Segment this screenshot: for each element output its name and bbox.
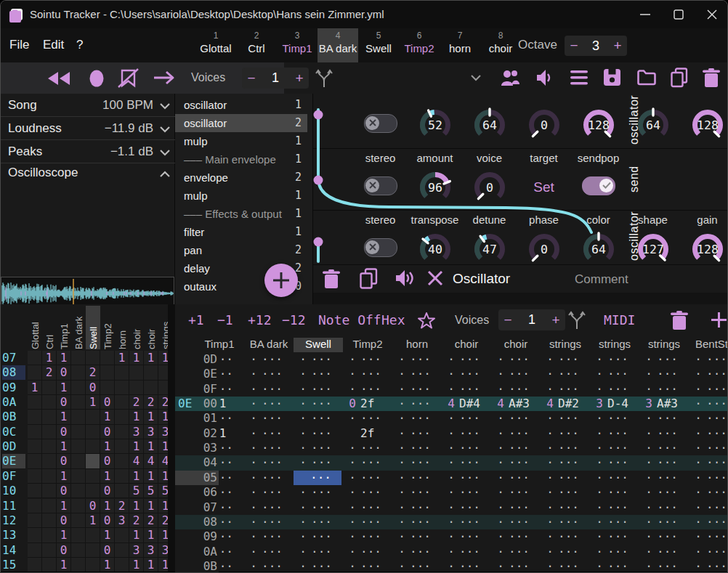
order-cell[interactable]: 1	[144, 410, 158, 424]
order-cell[interactable]	[71, 558, 86, 572]
knob-param[interactable]: 0	[517, 105, 571, 145]
order-cell[interactable]: 1	[86, 395, 100, 410]
delete-pattern-icon[interactable]	[671, 311, 688, 330]
order-cell[interactable]: 0	[100, 425, 115, 439]
unit-item-pan[interactable]: pan2	[175, 241, 307, 259]
track-tab-swell[interactable]: 5Swell	[358, 28, 399, 62]
order-cell[interactable]	[28, 528, 42, 542]
track-tab-choir[interactable]: 8choir	[480, 28, 521, 62]
order-header-swell[interactable]: Swell	[88, 307, 98, 349]
peaks-row[interactable]: Peaks −1.1 dB	[1, 140, 175, 163]
order-cell[interactable]	[115, 365, 129, 380]
order-cell[interactable]	[71, 469, 86, 484]
order-cell[interactable]: 1	[100, 499, 115, 513]
order-cell[interactable]	[71, 395, 86, 410]
octave-decrement-button[interactable]: −	[565, 38, 583, 54]
order-cell[interactable]	[100, 381, 115, 395]
track-tab-timp2[interactable]: 6Timp2	[399, 28, 440, 62]
order-cell[interactable]	[42, 410, 57, 424]
order-cell[interactable]: 1	[57, 410, 71, 424]
order-cell[interactable]: 1	[144, 351, 158, 365]
order-cell[interactable]	[86, 351, 100, 365]
order-cell[interactable]	[42, 454, 57, 468]
order-cell[interactable]: 1	[100, 528, 115, 542]
order-cell[interactable]	[86, 439, 100, 454]
track-tab-ba-dark[interactable]: 4BA dark	[318, 28, 358, 62]
order-cell[interactable]: 2	[129, 513, 144, 528]
knob-param[interactable]: 128	[680, 105, 728, 145]
transpose-plus12-button[interactable]: +12	[248, 312, 272, 328]
pattern-track-header-bentstr[interactable]: BentStr	[689, 338, 728, 352]
order-cell[interactable]	[28, 410, 42, 424]
order-cell[interactable]: 0	[57, 454, 71, 468]
order-cell[interactable]	[28, 513, 42, 528]
chevron-down-icon[interactable]	[159, 126, 171, 133]
order-cell[interactable]	[86, 543, 100, 558]
order-cell[interactable]: 1	[129, 351, 144, 365]
order-cell[interactable]: 0	[100, 513, 115, 528]
order-cell[interactable]: 1	[158, 558, 168, 572]
voices-increment-button[interactable]: +	[290, 70, 309, 86]
order-cell[interactable]: 1	[129, 528, 144, 542]
order-cell[interactable]: 1	[158, 351, 168, 365]
order-row-13[interactable]: 1311111	[1, 528, 168, 542]
unit-item--main-envelope[interactable]: ––– Main envelope1	[175, 150, 307, 168]
order-row-0B[interactable]: 0B11111	[1, 410, 168, 424]
disable-unit-icon[interactable]	[427, 270, 443, 286]
order-cell[interactable]	[115, 439, 129, 454]
order-header-ba-dark[interactable]: BA dark	[73, 307, 84, 349]
minimize-button[interactable]	[628, 1, 662, 28]
song-row[interactable]: Song 100 BPM	[1, 94, 175, 117]
pattern-row-05[interactable]: ········································…	[175, 471, 728, 485]
add-unit-button[interactable]	[264, 264, 298, 297]
order-cell[interactable]	[144, 381, 158, 395]
order-cell[interactable]	[71, 543, 86, 558]
order-header-horn[interactable]: horn	[117, 307, 127, 349]
pattern-row-08[interactable]: ········································…	[175, 515, 728, 529]
copy-unit-icon[interactable]	[360, 268, 378, 289]
target-set-button[interactable]: Set	[517, 179, 571, 195]
order-cell[interactable]: 2	[158, 395, 168, 410]
order-cell[interactable]: 2	[86, 365, 100, 380]
pattern-track-header-ba-dark[interactable]: BA dark	[244, 338, 294, 352]
order-cell[interactable]: 0	[57, 395, 71, 410]
order-cell[interactable]	[115, 469, 129, 484]
unit-item-envelope[interactable]: envelope2	[175, 168, 307, 187]
order-cell[interactable]	[71, 439, 86, 454]
order-cell[interactable]	[115, 425, 129, 439]
order-cell[interactable]: 1	[129, 499, 144, 513]
toggle-switch[interactable]	[364, 176, 397, 195]
delete-unit-icon[interactable]	[323, 269, 340, 289]
order-cell[interactable]: 1	[57, 499, 71, 513]
pattern-track-header-strings[interactable]: strings	[639, 338, 689, 352]
order-row-0A[interactable]: 0A010222	[1, 395, 168, 410]
order-cell[interactable]: 1	[129, 558, 144, 572]
order-row-12[interactable]: 120103222	[1, 513, 168, 528]
order-cell[interactable]	[115, 558, 129, 572]
unit-comment-field[interactable]: Comment	[575, 272, 628, 287]
oscilloscope-row[interactable]: Oscilloscope	[1, 163, 175, 184]
order-cell[interactable]: 5	[144, 484, 158, 498]
close-button[interactable]	[695, 1, 728, 28]
chevron-up-icon[interactable]	[159, 171, 171, 178]
knob-param[interactable]: 52	[408, 105, 462, 145]
order-cell[interactable]: 1	[144, 469, 158, 484]
order-header-timp2[interactable]: Timp2	[102, 307, 113, 349]
note-off-button[interactable]: Note Off	[318, 312, 381, 328]
order-cell[interactable]: 1	[42, 351, 57, 365]
order-cell[interactable]: 0	[86, 381, 100, 395]
unit-item-oscillator[interactable]: oscillator2	[175, 114, 307, 132]
order-cell[interactable]	[71, 425, 86, 439]
order-cell[interactable]	[28, 351, 42, 365]
order-cell[interactable]	[42, 425, 57, 439]
order-cell[interactable]: 0	[57, 513, 71, 528]
knob-transpose[interactable]: 40	[408, 229, 462, 269]
toggle-switch[interactable]	[364, 238, 397, 257]
order-cell[interactable]	[28, 558, 42, 572]
order-cell[interactable]: 3	[129, 543, 144, 558]
order-cell[interactable]: 2	[42, 365, 57, 380]
menu-help[interactable]: ?	[76, 38, 83, 52]
transpose-minus1-button[interactable]: −1	[217, 312, 233, 328]
order-cell[interactable]	[71, 513, 86, 528]
maximize-button[interactable]	[662, 1, 695, 28]
